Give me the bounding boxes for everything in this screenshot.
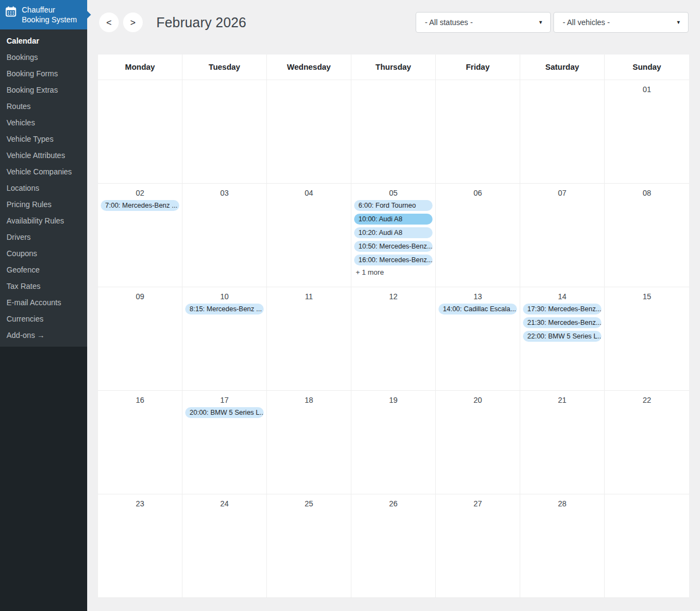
- day-cell-02: 027:00: Mercedes-Benz ...: [98, 184, 182, 287]
- day-number: 22: [605, 391, 689, 407]
- day-cell-27: 27: [436, 494, 520, 598]
- day-cell-28: 28: [520, 494, 605, 598]
- plugin-brand-header[interactable]: Chauffeur Booking System: [0, 0, 87, 29]
- day-cell-empty: [98, 80, 182, 184]
- sidebar-item-tax-rates[interactable]: Tax Rates: [0, 278, 87, 294]
- sidebar-item-vehicles[interactable]: Vehicles: [0, 114, 87, 131]
- day-number: 23: [98, 494, 182, 511]
- day-header-saturday: Saturday: [520, 55, 605, 80]
- calendar-header-row: MondayTuesdayWednesdayThursdayFridaySatu…: [98, 55, 689, 80]
- calendar-week-row: 09108:15: Mercedes-Benz ...11121314:00: …: [98, 287, 689, 391]
- day-header-friday: Friday: [436, 55, 520, 80]
- event-pill[interactable]: 10:50: Mercedes-Benz...: [354, 241, 433, 252]
- day-number: 15: [605, 287, 689, 304]
- day-cell-13: 1314:00: Cadillac Escala...: [436, 287, 520, 391]
- sidebar-item-vehicle-types[interactable]: Vehicle Types: [0, 131, 87, 147]
- day-number: [351, 80, 435, 96]
- day-number: 07: [520, 184, 604, 200]
- day-cell-03: 03: [182, 184, 267, 287]
- event-pill[interactable]: 22:00: BMW 5 Series L...: [523, 331, 601, 342]
- vehicle-filter-select[interactable]: - All vehicles - ▼: [553, 12, 689, 33]
- day-number: 05: [351, 184, 435, 200]
- day-number: 17: [182, 391, 266, 407]
- day-number: [520, 80, 604, 96]
- day-cell-21: 21: [520, 391, 605, 494]
- day-number: 13: [436, 287, 520, 304]
- day-number: 18: [267, 391, 351, 407]
- event-pill[interactable]: 8:15: Mercedes-Benz ...: [185, 304, 264, 314]
- day-header-tuesday: Tuesday: [182, 55, 267, 80]
- day-number: 09: [98, 287, 182, 304]
- sidebar-item-pricing-rules[interactable]: Pricing Rules: [0, 196, 87, 213]
- event-pill[interactable]: 7:00: Mercedes-Benz ...: [101, 200, 179, 211]
- day-number: 19: [351, 391, 435, 407]
- day-cell-23: 23: [98, 494, 182, 598]
- sidebar-item-bookings[interactable]: Bookings: [0, 49, 87, 65]
- day-number: 28: [520, 494, 604, 511]
- day-cell-04: 04: [267, 184, 351, 287]
- next-month-button[interactable]: >: [123, 13, 143, 32]
- calendar-icon: [5, 6, 16, 19]
- sidebar-item-geofence[interactable]: Geofence: [0, 262, 87, 278]
- event-pill[interactable]: 6:00: Ford Tourneo: [354, 200, 433, 211]
- sidebar-item-booking-forms[interactable]: Booking Forms: [0, 65, 87, 82]
- status-filter-select[interactable]: - All statuses - ▼: [416, 12, 551, 33]
- event-pill[interactable]: 14:00: Cadillac Escala...: [439, 304, 517, 314]
- sidebar-item-locations[interactable]: Locations: [0, 180, 87, 196]
- day-header-thursday: Thursday: [351, 55, 436, 80]
- sidebar-item-currencies[interactable]: Currencies: [0, 311, 87, 327]
- month-calendar: MondayTuesdayWednesdayThursdayFridaySatu…: [98, 55, 689, 598]
- day-header-monday: Monday: [98, 55, 182, 80]
- sidebar-item-vehicle-companies[interactable]: Vehicle Companies: [0, 164, 87, 180]
- day-cell-empty: [182, 80, 267, 184]
- event-pill[interactable]: 17:30: Mercedes-Benz...: [523, 304, 601, 314]
- sidebar-item-coupons[interactable]: Coupons: [0, 245, 87, 262]
- day-number: 06: [436, 184, 520, 200]
- event-pill[interactable]: 21:30: Mercedes-Benz...: [523, 317, 601, 328]
- day-cell-empty: [267, 80, 351, 184]
- sidebar-item-booking-extras[interactable]: Booking Extras: [0, 82, 87, 98]
- sidebar-menu: CalendarBookingsBooking FormsBooking Ext…: [0, 29, 87, 347]
- day-cell-19: 19: [351, 391, 436, 494]
- prev-month-button[interactable]: <: [99, 13, 119, 32]
- day-cell-18: 18: [267, 391, 351, 494]
- chevron-right-icon: >: [130, 18, 136, 27]
- day-number: 08: [605, 184, 689, 200]
- event-pill[interactable]: 10:00: Audi A8: [354, 214, 433, 225]
- event-pill[interactable]: 10:20: Audi A8: [354, 227, 433, 238]
- event-pill[interactable]: 16:00: Mercedes-Benz...: [354, 255, 433, 265]
- day-number: 03: [182, 184, 266, 200]
- day-cell-10: 108:15: Mercedes-Benz ...: [182, 287, 267, 391]
- day-cell-empty: [605, 494, 689, 598]
- day-cell-empty: [520, 80, 605, 184]
- calendar-week-row: 01: [98, 80, 689, 184]
- plugin-title: Chauffeur Booking System: [22, 5, 77, 25]
- sidebar-item-drivers[interactable]: Drivers: [0, 229, 87, 245]
- sidebar-item-e-mail-accounts[interactable]: E-mail Accounts: [0, 294, 87, 311]
- sidebar-item-availability-rules[interactable]: Availability Rules: [0, 213, 87, 229]
- sidebar-item-routes[interactable]: Routes: [0, 98, 87, 114]
- day-number: 10: [182, 287, 266, 304]
- chevron-left-icon: <: [106, 18, 112, 27]
- more-events-link[interactable]: + 1 more: [356, 268, 431, 276]
- event-pill[interactable]: 20:00: BMW 5 Series L...: [185, 407, 264, 418]
- day-number: 11: [267, 287, 351, 304]
- sidebar-item-calendar[interactable]: Calendar: [0, 33, 87, 49]
- day-number: 01: [605, 80, 689, 96]
- sidebar-item-vehicle-attributes[interactable]: Vehicle Attributes: [0, 147, 87, 164]
- day-cell-08: 08: [605, 184, 689, 287]
- day-cell-22: 22: [605, 391, 689, 494]
- day-number: 16: [98, 391, 182, 407]
- day-number: [436, 80, 520, 96]
- calendar-body: 01027:00: Mercedes-Benz ...0304056:00: F…: [98, 80, 689, 598]
- day-cell-15: 15: [605, 287, 689, 391]
- day-cell-07: 07: [520, 184, 605, 287]
- day-cell-14: 1417:30: Mercedes-Benz...21:30: Mercedes…: [520, 287, 605, 391]
- day-number: [605, 494, 689, 511]
- day-number: 25: [267, 494, 351, 511]
- day-cell-09: 09: [98, 287, 182, 391]
- day-number: 04: [267, 184, 351, 200]
- caret-down-icon: ▼: [676, 20, 681, 25]
- main-content: < > February 2026 - All statuses - ▼ - A…: [87, 0, 700, 611]
- sidebar-item-add-ons[interactable]: Add-ons →: [0, 327, 87, 343]
